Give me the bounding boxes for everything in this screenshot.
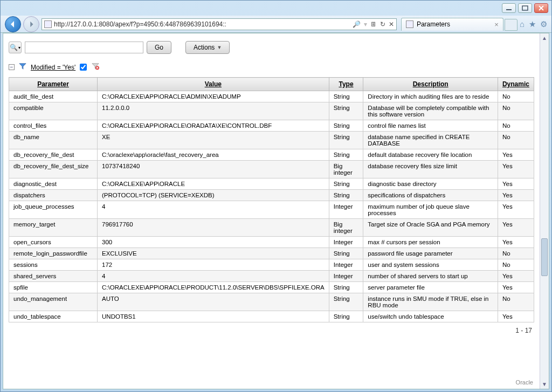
home-icon[interactable]: ⌂ — [520, 19, 525, 29]
filter-label[interactable]: Modified = 'Yes' — [31, 64, 75, 71]
filter-delete-icon[interactable] — [91, 63, 100, 72]
filter-enable-checkbox[interactable] — [80, 64, 87, 71]
table-cell: diagnostic base directory — [363, 178, 498, 190]
table-cell: spfile — [9, 282, 98, 293]
table-cell: memory_target — [9, 219, 98, 237]
table-cell: 796917760 — [98, 219, 329, 237]
url-controls: 🔎 ▾ 🗏 ↻ ✕ — [353, 20, 394, 28]
table-cell: default database recovery file location — [363, 149, 498, 161]
table-row: db_nameXEStringdatabase name specified i… — [9, 132, 534, 149]
table-cell: 300 — [98, 237, 329, 248]
parameters-table: Parameter Value Type Description Dynamic… — [9, 77, 534, 322]
table-cell: No — [498, 102, 534, 120]
search-input[interactable] — [25, 42, 143, 53]
table-cell: compatible — [9, 102, 98, 120]
search-column-selector[interactable]: 🔍▾ — [9, 42, 22, 53]
column-header-dynamic[interactable]: Dynamic — [498, 78, 534, 91]
tabstrip: Parameters × — [401, 18, 518, 31]
table-cell: 4 — [98, 201, 329, 219]
table-cell: 10737418240 — [98, 161, 329, 178]
table-cell: Yes — [498, 201, 534, 219]
table-row: db_recovery_file_dest_size10737418240Big… — [9, 161, 534, 178]
filter-icon — [19, 63, 26, 72]
table-cell: Directory in which auditing files are to… — [363, 91, 498, 102]
tab-title: Parameters — [417, 20, 450, 28]
table-cell: specifications of dispatchers — [363, 190, 498, 201]
tab-close-icon[interactable]: × — [494, 20, 499, 29]
table-cell: C:\ORACLEXE\APP\ORACLE\PRODUCT\11.2.0\SE… — [98, 282, 329, 293]
table-cell: Database will be completely compatible w… — [363, 102, 498, 120]
page-icon — [44, 20, 52, 28]
table-cell: Big integer — [329, 219, 363, 237]
column-header-description[interactable]: Description — [363, 78, 498, 91]
table-row: memory_target796917760Big integerTarget … — [9, 219, 534, 237]
table-cell: Yes — [498, 149, 534, 161]
scroll-up-icon[interactable]: ▲ — [540, 33, 549, 43]
actions-button[interactable]: Actions▼ — [185, 41, 230, 54]
table-cell: No — [498, 259, 534, 271]
table-row: compatible11.2.0.0.0StringDatabase will … — [9, 102, 534, 120]
tools-gear-icon[interactable]: ⚙ — [540, 19, 547, 29]
table-cell: Yes — [498, 311, 534, 322]
svg-rect-0 — [506, 9, 512, 10]
table-cell: No — [498, 120, 534, 132]
maximize-button[interactable] — [518, 3, 532, 13]
compat-icon[interactable]: 🗏 — [370, 20, 377, 28]
search-dropdown-icon[interactable]: 🔎 — [353, 20, 361, 28]
table-cell: audit_file_dest — [9, 91, 98, 102]
browser-window: http://127.0.0.1:8080/apex/f?p=4950:6:44… — [0, 0, 552, 392]
table-cell: db_recovery_file_dest — [9, 149, 98, 161]
table-row: sessions172Integeruser and system sessio… — [9, 259, 534, 271]
go-label: Go — [155, 44, 163, 51]
new-tab-button[interactable] — [505, 19, 518, 31]
page-body: 🔍▾ Go Actions▼ − Modified = 'Yes' Parame… — [3, 33, 540, 389]
table-cell: shared_servers — [9, 271, 98, 282]
table-cell: server parameter file — [363, 282, 498, 293]
table-cell: Yes — [498, 271, 534, 282]
table-row: control_filesC:\ORACLEXE\APP\ORACLE\ORAD… — [9, 120, 534, 132]
scroll-thumb[interactable] — [541, 238, 548, 276]
table-cell: Big integer — [329, 161, 363, 178]
collapse-icon[interactable]: − — [9, 64, 15, 70]
table-row: dispatchers(PROTOCOL=TCP) (SERVICE=XEXDB… — [9, 190, 534, 201]
scroll-down-icon[interactable]: ▼ — [540, 380, 549, 389]
table-cell: sessions — [9, 259, 98, 271]
actions-label: Actions — [194, 44, 215, 51]
browser-tab[interactable]: Parameters × — [401, 18, 503, 31]
table-cell: control_files — [9, 120, 98, 132]
table-cell: No — [498, 91, 534, 102]
filter-row: − Modified = 'Yes' — [9, 63, 534, 72]
go-button[interactable]: Go — [147, 41, 171, 54]
table-cell: C:\ORACLEXE\APP\ORACLE\ADMIN\XE\ADUMP — [98, 91, 329, 102]
table-cell: String — [329, 149, 363, 161]
column-header-value[interactable]: Value — [98, 78, 329, 91]
chevron-down-icon: ▼ — [217, 45, 222, 50]
column-header-parameter[interactable]: Parameter — [9, 78, 98, 91]
table-cell: control file names list — [363, 120, 498, 132]
table-row: open_cursors300Integermax # cursors per … — [9, 237, 534, 248]
browser-toolbar: http://127.0.0.1:8080/apex/f?p=4950:6:44… — [1, 16, 551, 33]
refresh-button[interactable]: ↻ — [380, 20, 385, 28]
table-cell: maximum number of job queue slave proces… — [363, 201, 498, 219]
table-cell: 11.2.0.0.0 — [98, 102, 329, 120]
table-cell: String — [329, 248, 363, 259]
table-cell: String — [329, 282, 363, 293]
browser-tools: ⌂ ★ ⚙ — [520, 19, 547, 29]
address-bar[interactable]: http://127.0.0.1:8080/apex/f?p=4950:6:44… — [42, 18, 397, 30]
table-cell: Integer — [329, 271, 363, 282]
close-button[interactable] — [534, 3, 548, 13]
table-cell: Yes — [498, 282, 534, 293]
scrollbar[interactable]: ▲ ▼ — [540, 33, 549, 389]
table-cell: db_recovery_file_dest_size — [9, 161, 98, 178]
stop-button[interactable]: ✕ — [389, 20, 394, 28]
table-cell: Integer — [329, 201, 363, 219]
forward-button[interactable] — [23, 16, 39, 32]
favorites-icon[interactable]: ★ — [529, 19, 536, 29]
col-type-label: Type — [339, 80, 353, 88]
minimize-button[interactable] — [502, 3, 516, 13]
url-text: http://127.0.0.1:8080/apex/f?p=4950:6:44… — [54, 20, 350, 28]
column-header-type[interactable]: Type — [329, 78, 363, 91]
back-button[interactable] — [5, 16, 21, 32]
table-cell: use/switch undo tablespace — [363, 311, 498, 322]
table-cell: undo_tablespace — [9, 311, 98, 322]
